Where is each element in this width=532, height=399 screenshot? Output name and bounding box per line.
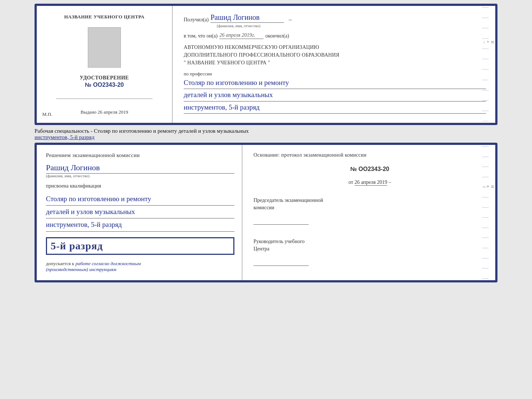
right-margin-deco-bottom	[482, 145, 489, 280]
profession-line2: деталей и узлов музыкальных	[184, 89, 486, 101]
specialty-label: Рабочая специальность - Столяр по изгото…	[35, 127, 497, 141]
fio-subtitle-top: (фамилия, имя, отчество)	[184, 24, 486, 28]
director-label2: Центра	[254, 246, 269, 252]
received-label: Получил(а)	[184, 17, 209, 23]
cert-udost-block: УДОСТОВЕРЕНИЕ № OO2343-20	[80, 75, 129, 88]
chairman-label2: комиссии	[254, 205, 274, 210]
grade-box: 5-й разряд	[46, 237, 234, 255]
in-that-line: в том, что он(а) 26 апреля 2019г. окончи…	[184, 32, 486, 39]
recipient-name: Рашид Логинов	[211, 13, 284, 23]
separator-line	[56, 99, 152, 99]
qualification-line3: инструментов, 5-й разряд	[46, 218, 234, 231]
protocol-number: № OO2343-20	[254, 166, 486, 172]
document-wrapper: НАЗВАНИЕ УЧЕБНОГО ЦЕНТРА УДОСТОВЕРЕНИЕ №…	[4, 4, 528, 282]
side-text-bottom: Иа←	[482, 185, 495, 190]
cert-left-panel: НАЗВАНИЕ УЧЕБНОГО ЦЕНТРА УДОСТОВЕРЕНИЕ №…	[37, 6, 173, 123]
qualification-block: Столяр по изготовлению и ремонту деталей…	[46, 193, 234, 232]
allowed-block: допускается к работе согласно должностны…	[46, 261, 234, 272]
director-label-text: Руководитель учебного	[254, 239, 305, 244]
chairman-sign-line	[254, 224, 309, 225]
specialty-text2: инструментов, 5-й разряд	[35, 134, 94, 140]
bottom-certificate: Решением экзаменационной комиссии Рашид …	[35, 143, 497, 282]
bottom-left-panel: Решением экзаменационной комиссии Рашид …	[37, 145, 242, 280]
issued-label: Выдано	[80, 109, 96, 115]
org-quote: " НАЗВАНИЕ УЧЕБНОГО ЦЕНТРА "	[184, 59, 486, 67]
org-line1: АВТОНОМНУЮ НЕКОММЕРЧЕСКУЮ ОРГАНИЗАЦИЮ	[184, 43, 486, 51]
profession-label: по профессии	[184, 71, 486, 77]
dash-after-name: –	[289, 16, 292, 23]
director-sign-line	[254, 266, 309, 266]
issued-date: 26 апреля 2019	[98, 109, 128, 115]
udost-title: УДОСТОВЕРЕНИЕ	[80, 75, 129, 81]
from-date-value: 26 апреля 2019	[355, 179, 387, 186]
finish-date: 26 апреля 2019г.	[219, 32, 263, 39]
issued-block: Выдано 26 апреля 2019	[80, 109, 128, 115]
side-text-И: Иа←	[482, 41, 495, 45]
commission-name-block: Рашид Логинов (фамилия, имя, отчество)	[46, 162, 234, 178]
decision-title: Решением экзаменационной комиссии	[46, 152, 234, 158]
chairman-label: Председатель экзаменационной комиссии	[254, 197, 486, 211]
specialty-text: Рабочая специальность - Столяр по изгото…	[35, 128, 249, 134]
center-name-top: НАЗВАНИЕ УЧЕБНОГО ЦЕНТРА	[64, 14, 145, 20]
qualification-line2: деталей и узлов музыкальных	[46, 206, 234, 218]
chairman-label-text: Председатель экзаменационной	[254, 197, 323, 203]
fio-subtitle-bottom: (фамилия, имя, отчество)	[46, 174, 234, 178]
allowed-label-text: допускается к	[46, 261, 74, 266]
photo-placeholder	[88, 27, 121, 68]
udost-number: № OO2343-20	[80, 82, 129, 88]
allowed-text: работе согласно должностным	[75, 261, 141, 266]
from-dash: –	[389, 179, 391, 185]
profession-line1: Столяр по изготовлению и ремонту	[184, 77, 486, 89]
org-block: АВТОНОМНУЮ НЕКОММЕРЧЕСКУЮ ОРГАНИЗАЦИЮ ДО…	[184, 43, 486, 67]
qualification-line1: Столяр по изготовлению и ремонту	[46, 193, 234, 206]
right-margin-deco	[482, 6, 489, 123]
grade-text: 5-й разряд	[51, 240, 103, 252]
finished-label: окончил(а)	[265, 33, 289, 39]
director-label: Руководитель учебного Центра	[254, 238, 486, 252]
assigned-label: присвоена квалификация	[46, 183, 234, 189]
from-label: от	[348, 179, 353, 185]
cert-right-panel: Получил(а) Рашид Логинов – (фамилия, имя…	[173, 6, 495, 123]
received-line: Получил(а) Рашид Логинов –	[184, 13, 486, 23]
allowed-text2: (производственным) инструкциям	[46, 267, 116, 272]
org-line2: ДОПОЛНИТЕЛЬНОГО ПРОФЕССИОНАЛЬНОГО ОБРАЗО…	[184, 51, 486, 59]
profession-lines: Столяр по изготовлению и ремонту деталей…	[184, 77, 486, 114]
in-that-label: в том, что он(а)	[184, 33, 218, 39]
bottom-right-panel: Основание: протокол экзаменационной коми…	[242, 145, 495, 280]
commission-person-name: Рашид Логинов	[46, 163, 234, 174]
mp-label: М.П.	[42, 111, 52, 117]
basis-title: Основание: протокол экзаменационной коми…	[254, 152, 486, 158]
from-date-block: от 26 апреля 2019 –	[254, 179, 486, 185]
profession-line3: инструментов, 5-й разряд	[184, 101, 486, 114]
profession-block: по профессии Столяр по изготовлению и ре…	[184, 71, 486, 114]
top-certificate: НАЗВАНИЕ УЧЕБНОГО ЦЕНТРА УДОСТОВЕРЕНИЕ №…	[35, 4, 497, 125]
